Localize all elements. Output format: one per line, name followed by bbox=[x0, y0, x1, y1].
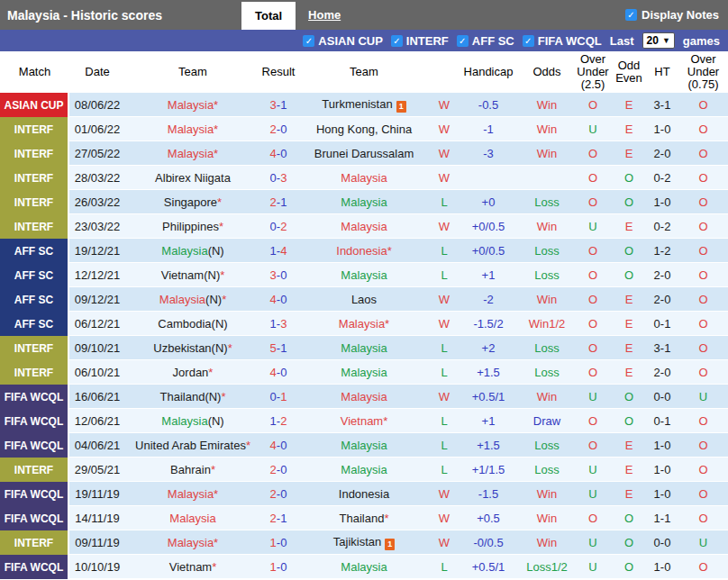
odds-result: Loss bbox=[520, 263, 574, 287]
filter-competition-asian-cup[interactable]: ✓ ASIAN CUP bbox=[303, 34, 383, 48]
star-marker: * bbox=[220, 268, 224, 282]
over-under-25-value: O bbox=[574, 263, 612, 287]
team-name: Uzbekistan bbox=[153, 341, 211, 355]
match-row: INTERF 23/03/22 Philippines(N)*1 0-2 Mal… bbox=[0, 214, 728, 239]
over-under-075-value: O bbox=[678, 409, 728, 433]
competition-badge: INTERF bbox=[0, 458, 69, 482]
table-body: ASIAN CUP 08/06/22 Malaysia(N)*1 3-1 Tur… bbox=[0, 93, 728, 579]
tab-total[interactable]: Total bbox=[241, 2, 296, 30]
display-notes-toggle[interactable]: ✓ Display Notes bbox=[625, 0, 728, 30]
checkbox-checked-icon[interactable]: ✓ bbox=[523, 35, 534, 47]
column-header-odds: Odds bbox=[520, 51, 574, 93]
win-loss-indicator: L bbox=[432, 263, 457, 287]
star-marker: * bbox=[383, 414, 387, 428]
halftime-score: 0-2 bbox=[646, 214, 678, 239]
star-marker: * bbox=[212, 560, 216, 574]
team-name: Tajikistan bbox=[333, 535, 381, 548]
team-name: Philippines bbox=[162, 220, 219, 233]
odds-result: Loss1/2 bbox=[520, 555, 574, 579]
competition-badge: AFF SC bbox=[0, 287, 69, 312]
home-team: Jordan(N)*1 bbox=[125, 360, 260, 385]
team-name: Malaysia bbox=[339, 317, 385, 331]
win-loss-indicator: W bbox=[432, 166, 457, 190]
team-name: Malaysia bbox=[159, 293, 205, 306]
away-score: 0 bbox=[280, 463, 287, 476]
over-under-075-value: O bbox=[678, 117, 728, 141]
team-name: Malaysia bbox=[161, 414, 207, 428]
team-name: Malaysia bbox=[341, 220, 387, 233]
competition-badge: FIFA WCQL bbox=[0, 482, 69, 506]
neutral-indicator: (N) bbox=[208, 414, 224, 428]
match-score: 1-3 bbox=[260, 312, 296, 336]
checkbox-checked-icon[interactable]: ✓ bbox=[391, 35, 403, 47]
table-header: Match Date Team Result Team Handicap Odd… bbox=[0, 51, 728, 93]
match-row: AFF SC 12/12/21 Vietnam(N)*1 3-0 Malaysi… bbox=[0, 263, 728, 287]
over-under-25-value: O bbox=[574, 336, 612, 360]
halftime-score: 1-0 bbox=[646, 117, 678, 141]
games-count-select[interactable]: 20 ▼ bbox=[642, 32, 675, 49]
home-score: 3 bbox=[270, 268, 277, 282]
star-marker: * bbox=[214, 536, 218, 549]
handicap-value: +0/0.5 bbox=[457, 214, 520, 239]
odds-result: Loss bbox=[520, 458, 574, 482]
tab-total-label: Total bbox=[255, 9, 282, 23]
home-score: 1 bbox=[270, 560, 277, 574]
team-name: Cambodia bbox=[158, 317, 211, 331]
checkbox-checked-icon[interactable]: ✓ bbox=[303, 35, 314, 47]
checkbox-checked-icon[interactable]: ✓ bbox=[625, 9, 637, 21]
odd-even-value: O bbox=[612, 409, 646, 433]
star-marker: * bbox=[214, 487, 218, 501]
win-loss-indicator: L bbox=[432, 239, 457, 263]
odd-even-value: E bbox=[612, 93, 646, 117]
odds-result: Loss bbox=[520, 360, 574, 385]
away-team: Malaysia(N)*1 bbox=[296, 433, 432, 458]
match-date: 12/06/21 bbox=[69, 409, 125, 433]
home-score: 0 bbox=[270, 220, 277, 233]
home-score: 1 bbox=[270, 414, 277, 428]
match-date: 23/03/22 bbox=[69, 214, 125, 239]
display-notes-label: Display Notes bbox=[642, 8, 719, 22]
handicap-value: +0/0.5 bbox=[457, 239, 520, 263]
tab-home[interactable]: Home bbox=[308, 0, 341, 30]
home-score: 1 bbox=[270, 317, 277, 331]
odd-even-value: E bbox=[612, 141, 646, 166]
over-under-25-value: O bbox=[574, 409, 612, 433]
handicap-value: +1.5 bbox=[457, 433, 520, 458]
match-score: 1-0 bbox=[260, 530, 296, 555]
odd-even-value: O bbox=[612, 190, 646, 214]
team-name: Jordan bbox=[173, 366, 209, 379]
match-score: 2-1 bbox=[260, 190, 296, 214]
home-team: Malaysia(N)*1 bbox=[125, 506, 260, 530]
team-name: Malaysia bbox=[341, 171, 387, 185]
home-score: 0 bbox=[270, 171, 277, 185]
home-team: Malaysia(N)*1 bbox=[125, 239, 260, 263]
home-score: 4 bbox=[270, 147, 277, 160]
match-row: AFF SC 09/12/21 Malaysia(N)*1 4-0 Laos(N… bbox=[0, 287, 728, 312]
over-under-075-value: O bbox=[678, 287, 728, 312]
match-date: 06/12/21 bbox=[69, 312, 125, 336]
filter-competition-aff-sc[interactable]: ✓ AFF SC bbox=[457, 34, 514, 48]
filter-competition-fifa-wcql[interactable]: ✓ FIFA WCQL bbox=[523, 34, 602, 48]
odd-even-value: O bbox=[612, 263, 646, 287]
team-name: Malaysia bbox=[169, 512, 215, 525]
filter-competition-interf[interactable]: ✓ INTERF bbox=[391, 34, 449, 48]
match-score: 3-0 bbox=[260, 263, 296, 287]
halftime-score: 1-2 bbox=[646, 239, 678, 263]
match-date: 19/11/19 bbox=[69, 482, 125, 506]
match-score: 2-0 bbox=[260, 458, 296, 482]
checkbox-checked-icon[interactable]: ✓ bbox=[457, 35, 469, 47]
competition-badge: FIFA WCQL bbox=[0, 433, 69, 458]
competition-badge: INTERF bbox=[0, 166, 69, 190]
over-under-25-value: U bbox=[574, 214, 612, 239]
star-marker: * bbox=[384, 512, 388, 525]
away-score: 3 bbox=[280, 317, 287, 331]
handicap-value: +0.5 bbox=[457, 506, 520, 530]
home-team: Malaysia(N)*1 bbox=[125, 141, 260, 166]
home-score: 3 bbox=[270, 98, 277, 112]
halftime-score: 2-0 bbox=[646, 360, 678, 385]
filter-label: AFF SC bbox=[472, 34, 514, 48]
column-header-over-under-075: Over Under (0.75) bbox=[678, 51, 728, 93]
competition-badge: FIFA WCQL bbox=[0, 506, 69, 530]
match-score: 1-0 bbox=[260, 555, 296, 579]
away-score: 0 bbox=[280, 536, 287, 549]
